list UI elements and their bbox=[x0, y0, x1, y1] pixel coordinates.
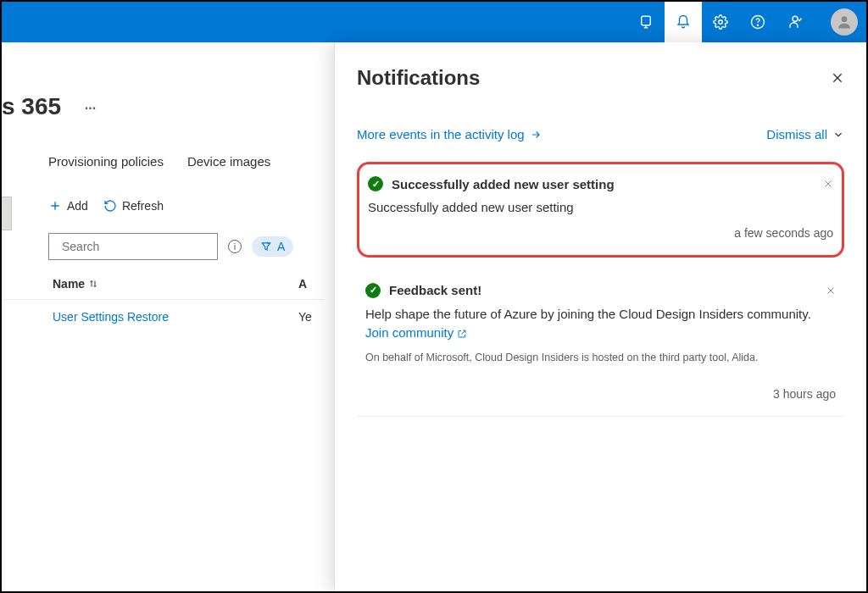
filter-icon bbox=[260, 241, 272, 252]
notification-time: 3 hours ago bbox=[365, 387, 836, 401]
panel-title: Notifications bbox=[357, 66, 480, 90]
search-row: i A bbox=[2, 233, 324, 260]
info-icon[interactable]: i bbox=[228, 240, 242, 253]
toolbar: Add Refresh bbox=[2, 199, 324, 213]
join-community-link[interactable]: Join community bbox=[365, 325, 467, 340]
notification-body: Successfully added new user setting bbox=[368, 198, 833, 218]
collapsed-sidebar-stub[interactable] bbox=[2, 197, 12, 230]
avatar[interactable] bbox=[831, 8, 858, 36]
success-icon: ✓ bbox=[368, 176, 383, 191]
add-button[interactable]: Add bbox=[48, 199, 88, 213]
settings-icon[interactable] bbox=[702, 2, 739, 42]
feedback-icon[interactable] bbox=[776, 2, 814, 42]
tabs: Provisioning policies Device images bbox=[2, 154, 324, 174]
more-actions-icon[interactable]: ··· bbox=[85, 101, 96, 116]
column-a[interactable]: A bbox=[298, 277, 324, 291]
tab-provisioning-policies[interactable]: Provisioning policies bbox=[48, 154, 164, 174]
search-input[interactable] bbox=[48, 233, 218, 260]
notifications-panel: Notifications More events in the activit… bbox=[334, 42, 866, 591]
arrow-right-icon bbox=[530, 129, 542, 141]
dismiss-notification-icon[interactable] bbox=[826, 285, 836, 296]
tab-device-images[interactable]: Device images bbox=[187, 154, 270, 174]
chevron-down-icon bbox=[832, 129, 844, 141]
external-link-icon bbox=[457, 329, 467, 339]
notification-body: Help shape the future of Azure by joinin… bbox=[365, 305, 836, 343]
notification-title: Feedback sent! bbox=[389, 283, 817, 297]
diagnostics-icon[interactable] bbox=[627, 2, 665, 42]
notification-item: ✓ Feedback sent! Help shape the future o… bbox=[357, 269, 844, 417]
panel-links: More events in the activity log Dismiss … bbox=[357, 127, 844, 141]
filter-label: A bbox=[277, 240, 285, 253]
notification-title: Successfully added new user setting bbox=[392, 177, 815, 191]
add-label: Add bbox=[67, 199, 88, 213]
table-header: Name A bbox=[2, 277, 324, 300]
svg-point-4 bbox=[793, 16, 798, 21]
sort-icon bbox=[88, 279, 98, 289]
dismiss-notification-icon[interactable] bbox=[823, 179, 833, 189]
notification-time: a few seconds ago bbox=[368, 226, 833, 240]
column-name[interactable]: Name bbox=[53, 277, 298, 291]
svg-point-6 bbox=[56, 247, 57, 247]
main-content: s 365 ··· Provisioning policies Device i… bbox=[2, 42, 341, 593]
activity-log-link[interactable]: More events in the activity log bbox=[357, 127, 542, 141]
help-icon[interactable] bbox=[739, 2, 776, 42]
panel-header: Notifications bbox=[357, 66, 844, 90]
search-field[interactable] bbox=[62, 240, 210, 253]
notification-footnote: On behalf of Microsoft, Cloud Design Ins… bbox=[365, 352, 836, 363]
search-icon bbox=[56, 241, 57, 252]
filter-button[interactable]: A bbox=[252, 236, 293, 257]
refresh-label: Refresh bbox=[122, 199, 164, 213]
row-a-value: Ye bbox=[298, 310, 324, 324]
dismiss-all-link[interactable]: Dismiss all bbox=[766, 127, 844, 141]
close-icon[interactable] bbox=[831, 71, 844, 85]
refresh-button[interactable]: Refresh bbox=[103, 199, 164, 213]
svg-point-1 bbox=[719, 20, 723, 25]
row-name-link[interactable]: User Settings Restore bbox=[53, 310, 298, 324]
svg-point-3 bbox=[757, 25, 758, 25]
table-row[interactable]: User Settings Restore Ye bbox=[2, 300, 324, 334]
svg-point-5 bbox=[842, 16, 848, 22]
top-bar bbox=[2, 2, 866, 42]
page-title: s 365 ··· bbox=[2, 93, 324, 120]
notification-item-highlighted: ✓ Successfully added new user setting Su… bbox=[357, 162, 844, 258]
topbar-icon-group bbox=[627, 2, 858, 42]
page-title-text: s 365 bbox=[2, 93, 61, 119]
success-icon: ✓ bbox=[365, 283, 381, 298]
notifications-icon[interactable] bbox=[665, 2, 702, 42]
svg-rect-0 bbox=[642, 16, 651, 25]
